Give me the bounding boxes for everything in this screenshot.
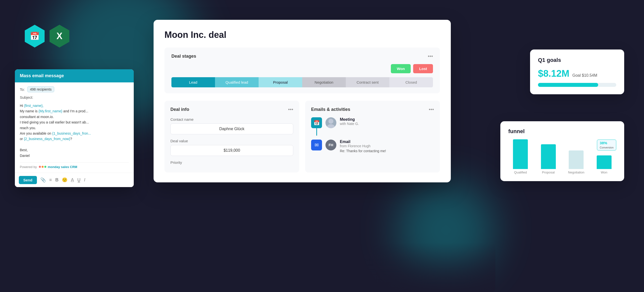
email-footer: Powered by monday sales CRM xyxy=(20,162,129,169)
deal-info-title: Deal info xyxy=(170,107,189,112)
activities-more-icon[interactable]: ••• xyxy=(429,107,434,112)
email-activity-title: Email xyxy=(340,140,386,144)
conversion-sub: Conversion xyxy=(600,146,614,149)
goals-amount: $8.12M xyxy=(538,68,570,79)
var-first-name: {first_name}, xyxy=(24,104,44,108)
powered-by-text: Powered by xyxy=(20,165,37,169)
stages-top-actions: Won Lost xyxy=(172,64,433,73)
deal-stages-more-icon[interactable]: ••• xyxy=(428,53,433,59)
stage-negotiation[interactable]: Negotiation xyxy=(302,77,346,87)
deal-stages-section: Deal stages ••• Won Lost Lead Qualified … xyxy=(164,47,440,93)
won-bar xyxy=(597,155,612,169)
bottom-panels: Deal info ••• Contact name Daphne Glück … xyxy=(164,101,440,173)
monday-logo: monday sales CRM xyxy=(39,165,77,169)
progress-bar-fill xyxy=(538,83,598,87)
conversion-percent: 38% xyxy=(600,141,607,145)
meeting-sub: with Nate G. xyxy=(340,122,359,126)
meeting-content: Meeting with Nate G. xyxy=(326,117,359,128)
deal-value-value: $119,000 xyxy=(170,145,293,156)
timeline-item-meeting: 📅 Meeting with Nate G. xyxy=(311,117,434,136)
underline-A-icon[interactable]: A xyxy=(71,177,74,183)
negotiation-bar xyxy=(569,150,584,169)
timeline-item-email: ✉ FH Email from Florence Hugh Re: Thanks… xyxy=(311,140,434,153)
activities-title: Emails & activities xyxy=(311,107,350,112)
email-avatar: FH xyxy=(326,140,336,150)
progress-bar-bg xyxy=(538,83,616,87)
proposal-label: Proposal xyxy=(542,171,554,174)
dot-red xyxy=(39,166,41,168)
italic-icon[interactable]: I xyxy=(84,177,85,183)
stage-closed[interactable]: Closed xyxy=(389,77,433,87)
email-activity-details: Email from Florence Hugh Re: Thanks for … xyxy=(340,140,386,153)
contact-name-value: Daphne Glück xyxy=(170,123,293,134)
qualified-label: Qualified xyxy=(514,171,527,174)
email-to-label: To: xyxy=(20,87,25,92)
avatar-person-icon xyxy=(326,117,336,128)
meeting-title: Meeting xyxy=(340,117,359,122)
negotiation-label: Negotiation xyxy=(568,171,584,174)
funnel-chart: Qualified Proposal Negotiation Won 38% C… xyxy=(508,140,616,174)
send-button[interactable]: Send xyxy=(19,176,37,184)
stage-lead[interactable]: Lead xyxy=(172,77,215,87)
var-1-day: {1_business_days_fron... xyxy=(52,131,91,135)
goals-target: Goal $10.54M xyxy=(572,73,598,78)
brand-name: monday sales CRM xyxy=(48,165,77,169)
deal-stages-header: Deal stages ••• xyxy=(172,53,433,59)
bold-icon[interactable]: B xyxy=(55,177,58,183)
won-button[interactable]: Won xyxy=(391,64,411,73)
deal-info-panel: Deal info ••• Contact name Daphne Glück … xyxy=(164,101,299,173)
timeline-connector xyxy=(316,128,317,136)
email-recipients-badge: 498 recipients xyxy=(27,86,54,92)
dot-green xyxy=(44,166,46,168)
funnel-bar-qualified: Qualified xyxy=(508,139,533,174)
lost-button[interactable]: Lost xyxy=(413,64,433,73)
funnel-bar-proposal: Proposal xyxy=(536,144,561,174)
attachment-icon[interactable]: 📎 xyxy=(40,177,46,183)
funnel-bar-negotiation: Negotiation xyxy=(564,150,588,174)
stages-pipeline: Lead Qualified lead Proposal Negotiation… xyxy=(172,77,433,87)
goals-card: Q1 goals $8.12M Goal $10.54M xyxy=(530,49,624,94)
qualified-bar xyxy=(513,139,528,169)
activities-header: Emails & activities ••• xyxy=(311,107,434,112)
app-icons-container: 📅 X xyxy=(25,25,69,47)
stage-contract-sent[interactable]: Contract sent xyxy=(346,77,389,87)
stage-proposal[interactable]: Proposal xyxy=(258,77,302,87)
email-activity-desc: Re: Thanks for contacting me! xyxy=(340,149,386,153)
google-calendar-icon[interactable]: 📅 xyxy=(25,25,44,47)
email-to-row: To: 498 recipients xyxy=(20,86,129,92)
contact-name-label: Contact name xyxy=(170,117,293,121)
email-content-row: FH Email from Florence Hugh Re: Thanks f… xyxy=(326,140,386,153)
email-activity-icon: ✉ xyxy=(311,140,322,150)
email-panel: Mass email message To: 498 recipients Su… xyxy=(15,69,134,187)
proposal-bar xyxy=(541,144,556,169)
stage-qualified-lead[interactable]: Qualified lead xyxy=(215,77,258,87)
email-panel-body: To: 498 recipients Subject: Hi {first_na… xyxy=(15,82,134,173)
list-icon[interactable]: ≡ xyxy=(49,177,52,183)
var-my-first-name: {My.first_name} xyxy=(38,109,62,113)
email-content: Hi {first_name}, My name is {My.first_na… xyxy=(20,103,129,158)
meeting-avatar xyxy=(326,117,336,128)
conversion-badge: 38% Conversion xyxy=(597,140,616,150)
won-label: Won xyxy=(601,171,608,174)
deal-value-label: Deal value xyxy=(170,139,293,143)
svg-point-1 xyxy=(327,124,335,128)
funnel-title: funnel xyxy=(508,128,616,135)
meeting-icon: 📅 xyxy=(311,117,322,128)
deal-info-more-icon[interactable]: ••• xyxy=(288,107,293,112)
email-subject-row: Subject: xyxy=(20,95,129,99)
email-panel-title: Mass email message xyxy=(20,73,64,78)
underline-icon[interactable]: U̲ xyxy=(77,177,80,183)
excel-icon[interactable]: X xyxy=(50,25,69,47)
funnel-bar-won: Won xyxy=(592,155,616,174)
deal-card: Moon Inc. deal Deal stages ••• Won Lost … xyxy=(154,20,451,182)
funnel-card: funnel Qualified Proposal Negotiation Wo… xyxy=(500,121,624,181)
deal-stages-title: Deal stages xyxy=(172,54,196,59)
goals-title: Q1 goals xyxy=(538,57,616,63)
svg-point-0 xyxy=(328,119,334,124)
deal-title: Moon Inc. deal xyxy=(164,30,440,40)
timeline-line-group: 📅 xyxy=(311,117,322,136)
dot-orange xyxy=(42,166,44,168)
goals-amount-row: $8.12M Goal $10.54M xyxy=(538,68,616,79)
emoji-icon[interactable]: 🙂 xyxy=(62,177,67,183)
deal-info-header: Deal info ••• xyxy=(170,107,293,112)
